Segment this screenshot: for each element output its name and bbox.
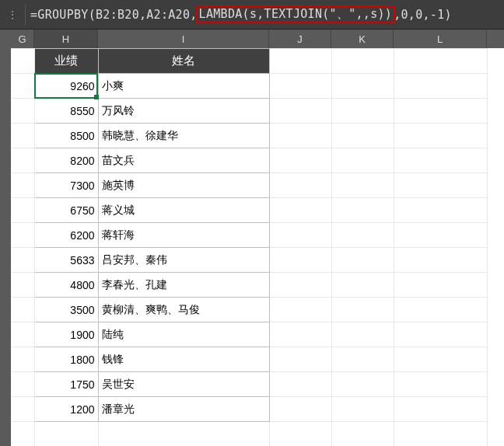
cell[interactable] <box>269 347 331 372</box>
cell-name[interactable]: 钱锋 <box>98 347 269 372</box>
cell[interactable] <box>394 397 487 422</box>
col-header-H[interactable]: H <box>34 30 98 48</box>
cell[interactable] <box>331 298 394 322</box>
cell[interactable] <box>269 124 331 148</box>
cell[interactable] <box>331 248 394 273</box>
cell[interactable] <box>331 99 394 124</box>
cell[interactable] <box>331 74 394 99</box>
cell[interactable] <box>331 347 394 372</box>
cell[interactable] <box>394 322 487 347</box>
cell[interactable] <box>98 422 269 447</box>
cell[interactable] <box>331 148 394 173</box>
cell-value[interactable]: 1200 <box>34 397 98 422</box>
cell[interactable] <box>11 173 34 198</box>
cell-value[interactable]: 6750 <box>34 198 98 223</box>
cell-value[interactable]: 1800 <box>34 347 98 372</box>
cell[interactable] <box>269 322 331 347</box>
cell[interactable] <box>269 74 331 99</box>
cell[interactable] <box>11 322 34 347</box>
cell[interactable] <box>11 74 34 99</box>
cell[interactable] <box>394 99 487 124</box>
cell[interactable] <box>331 198 394 223</box>
cell-value[interactable]: 3500 <box>34 298 98 322</box>
cell[interactable] <box>269 422 331 447</box>
cell-value[interactable]: 9260 <box>34 74 98 99</box>
cell-value[interactable]: 8550 <box>34 99 98 124</box>
cell[interactable] <box>11 273 34 298</box>
cell[interactable] <box>11 198 34 223</box>
cell-name[interactable]: 李春光、孔建 <box>98 273 269 298</box>
col-header-G[interactable]: G <box>11 30 34 48</box>
col-header-I[interactable]: I <box>98 30 269 48</box>
cell[interactable] <box>331 397 394 422</box>
spreadsheet-grid[interactable]: 业绩 姓名 9260小爽 8550万风铃 8500韩晓慧、徐建华 8200苗文兵… <box>11 48 488 446</box>
cell[interactable] <box>269 173 331 198</box>
cell[interactable] <box>394 124 487 148</box>
cell[interactable] <box>331 173 394 198</box>
cell[interactable] <box>269 248 331 273</box>
cell-value[interactable]: 8500 <box>34 124 98 148</box>
cell[interactable] <box>11 49 34 74</box>
cell[interactable] <box>11 99 34 124</box>
cell-name[interactable]: 施英博 <box>98 173 269 198</box>
cell[interactable] <box>34 422 98 447</box>
cell[interactable] <box>11 347 34 372</box>
cell[interactable] <box>269 99 331 124</box>
cell[interactable] <box>394 74 487 99</box>
cell[interactable] <box>331 273 394 298</box>
cell-name[interactable]: 小爽 <box>98 74 269 99</box>
cell-name[interactable]: 黄柳清、爽鸭、马俊 <box>98 298 269 322</box>
cell[interactable] <box>11 372 34 397</box>
col-header-K[interactable]: K <box>331 30 394 48</box>
cell-value[interactable]: 1900 <box>34 322 98 347</box>
cell-name[interactable]: 蒋轩海 <box>98 223 269 248</box>
cell[interactable] <box>269 148 331 173</box>
cell[interactable] <box>394 422 487 447</box>
cell[interactable] <box>394 49 487 74</box>
cell-name[interactable]: 吕安邦、秦伟 <box>98 248 269 273</box>
cell[interactable] <box>331 49 394 74</box>
cell[interactable] <box>331 322 394 347</box>
cell[interactable] <box>11 298 34 322</box>
cell[interactable] <box>11 124 34 148</box>
cell-header-i[interactable]: 姓名 <box>98 49 269 74</box>
cell[interactable] <box>269 298 331 322</box>
cell[interactable] <box>394 173 487 198</box>
cell-name[interactable]: 韩晓慧、徐建华 <box>98 124 269 148</box>
cell[interactable] <box>269 198 331 223</box>
cell-name[interactable]: 蒋义城 <box>98 198 269 223</box>
cell[interactable] <box>269 397 331 422</box>
col-header-L[interactable]: L <box>394 30 487 48</box>
cell-name[interactable]: 苗文兵 <box>98 148 269 173</box>
cell[interactable] <box>11 248 34 273</box>
cell-name[interactable]: 潘章光 <box>98 397 269 422</box>
cell[interactable] <box>394 273 487 298</box>
cell[interactable] <box>11 223 34 248</box>
cell[interactable] <box>394 347 487 372</box>
fx-button[interactable]: ⋮ <box>5 3 20 26</box>
cell[interactable] <box>331 223 394 248</box>
cell[interactable] <box>394 198 487 223</box>
cell-value[interactable]: 4800 <box>34 273 98 298</box>
cell-value[interactable]: 5633 <box>34 248 98 273</box>
formula-input[interactable]: =GROUPBY(B2:B20,A2:A20,LAMBDA(s,TEXTJOIN… <box>30 5 452 23</box>
cell[interactable] <box>331 422 394 447</box>
cell[interactable] <box>11 148 34 173</box>
cell-value[interactable]: 8200 <box>34 148 98 173</box>
cell[interactable] <box>269 49 331 74</box>
cell[interactable] <box>394 248 487 273</box>
cell[interactable] <box>331 372 394 397</box>
cell[interactable] <box>331 124 394 148</box>
cell[interactable] <box>11 422 34 447</box>
cell-value[interactable]: 7300 <box>34 173 98 198</box>
cell[interactable] <box>394 298 487 322</box>
cell[interactable] <box>269 223 331 248</box>
cell[interactable] <box>11 397 34 422</box>
cell-name[interactable]: 万风铃 <box>98 99 269 124</box>
cell-name[interactable]: 陆纯 <box>98 322 269 347</box>
select-all-corner[interactable] <box>0 30 11 48</box>
cell[interactable] <box>269 372 331 397</box>
cell-name[interactable]: 吴世安 <box>98 372 269 397</box>
cell[interactable] <box>394 372 487 397</box>
cell-value[interactable]: 1750 <box>34 372 98 397</box>
